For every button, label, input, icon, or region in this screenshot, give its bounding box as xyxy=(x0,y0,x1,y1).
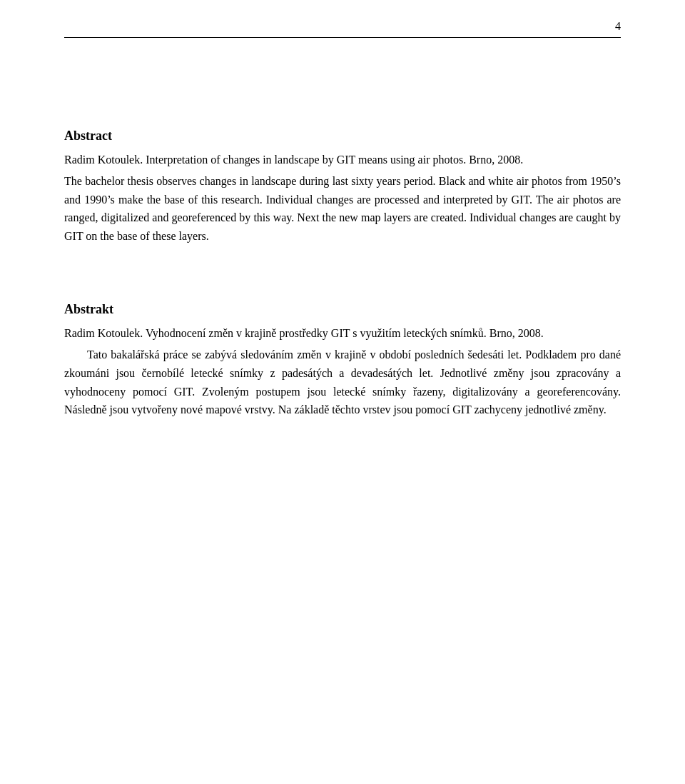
top-rule xyxy=(64,37,621,38)
page-number: 4 xyxy=(615,20,621,33)
abstract-paragraph-1: The bachelor thesis observes changes in … xyxy=(64,172,621,245)
abstrakt-section: Abstrakt Radim Kotoulek. Vyhodnocení změ… xyxy=(64,302,621,418)
abstrakt-paragraph-1: Tato bakalářská práce se zabývá sledován… xyxy=(64,346,621,418)
abstract-heading: Abstract xyxy=(64,129,621,144)
abstract-section: Abstract Radim Kotoulek. Interpretation … xyxy=(64,129,621,245)
main-content: Abstract Radim Kotoulek. Interpretation … xyxy=(64,129,621,419)
abstrakt-author-line: Radim Kotoulek. Vyhodnocení změn v kraji… xyxy=(64,327,621,340)
page: 4 Abstract Radim Kotoulek. Interpretatio… xyxy=(0,0,685,784)
abstract-author-line: Radim Kotoulek. Interpretation of change… xyxy=(64,154,621,166)
abstrakt-heading: Abstrakt xyxy=(64,302,621,317)
